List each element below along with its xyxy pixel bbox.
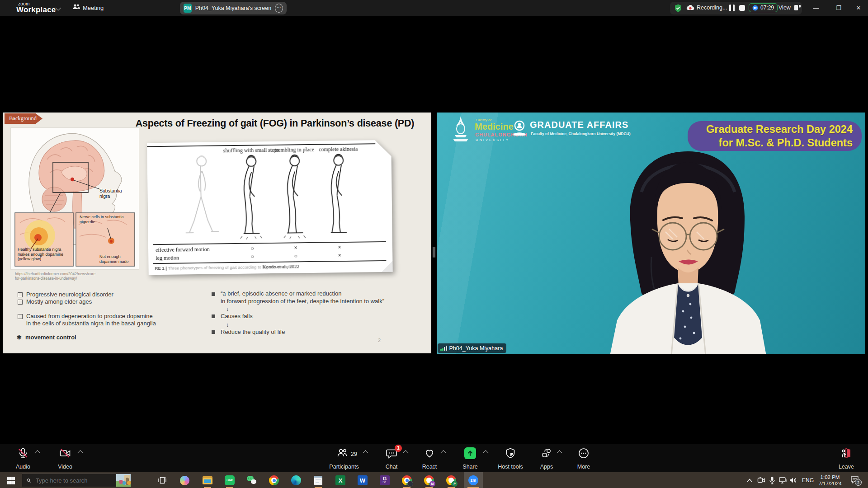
share-screen-icon — [464, 447, 476, 459]
nerve-cells-die-label: Nerve cells in substantia nigra die — [80, 215, 124, 224]
mark-cross: × — [330, 252, 349, 258]
graduate-affairs-title: GRADUATE AFFAIRS — [530, 120, 628, 130]
restore-button[interactable]: ❐ — [832, 2, 845, 14]
bullet-item: Mostly among elder ages — [26, 298, 92, 305]
edge-icon[interactable] — [291, 475, 302, 486]
network-icon[interactable] — [777, 475, 788, 486]
windows-taskbar: LINE — [0, 472, 868, 488]
apps-button[interactable]: Apps — [526, 446, 567, 470]
bullet-square-icon — [18, 300, 23, 305]
panel-divider-handle[interactable] — [434, 247, 435, 258]
taskbar-search[interactable] — [22, 474, 131, 487]
start-button[interactable] — [5, 475, 16, 486]
chrome-profile-2-icon[interactable]: M — [424, 475, 434, 486]
chulalongkorn-emblem-icon — [449, 115, 472, 142]
copilot-icon[interactable] — [179, 475, 190, 486]
fog-phenotypes-figure: shuffling with small steps trembling in … — [147, 140, 396, 279]
figure-row-label: effective forward motion — [156, 246, 210, 253]
foxit-pdf-icon[interactable]: GPDF — [379, 475, 390, 486]
search-input[interactable] — [35, 477, 116, 484]
fog-quote: “a brief, episodic absence or marked red… — [221, 290, 424, 305]
substantia-nigra-label: Substantia nigra — [99, 188, 122, 199]
close-button[interactable]: ✕ — [852, 2, 865, 14]
participant-name: Ph04_Yuka Miyahara — [449, 345, 503, 352]
notification-center-icon[interactable]: 2 — [850, 475, 861, 486]
search-highlight-image[interactable] — [116, 474, 131, 487]
banner-line1: Graduate Research Day 2024 — [706, 122, 853, 136]
panel-divider-handle[interactable] — [433, 247, 434, 258]
view-button[interactable]: View — [778, 5, 791, 11]
tab-options-icon[interactable]: ⋯ — [275, 4, 283, 13]
medicine-logo: Medicine — [475, 122, 514, 131]
chevron-down-icon[interactable] — [55, 5, 61, 11]
view-layout-icon[interactable] — [794, 4, 801, 13]
tray-mic-icon[interactable] — [767, 475, 778, 486]
page-fold — [382, 261, 392, 272]
host-tools-button[interactable]: Host tools — [490, 446, 531, 470]
react-button[interactable]: React — [409, 446, 450, 470]
source-url: https://thehartfordinformer.com/2042/new… — [15, 272, 97, 281]
wechat-icon[interactable] — [246, 475, 257, 486]
excel-icon[interactable]: X — [335, 475, 346, 486]
taskbar-clock[interactable]: 1:02 PM 7/17/2024 — [815, 474, 845, 487]
tab-shared-screen[interactable]: PM Ph04_Yuka Miyahara's screen ⋯ — [180, 2, 287, 14]
meeting-timer: 07:29 — [749, 3, 778, 12]
tray-expand-chevron[interactable] — [744, 475, 755, 486]
participants-count: 29 — [351, 451, 357, 457]
quality-of-life-label: Reduce the quality of life — [221, 328, 285, 336]
slide-title: Aspects of Freezing of gait (FOG) in Par… — [117, 118, 431, 129]
bullet-item: Caused from degeneration to produce dopa… — [26, 313, 156, 327]
star-bullet-glyph: ✱ — [17, 334, 22, 341]
meeting-toolbar: Audio Video 29 Participants 1 Chat React — [0, 444, 868, 472]
line-app-icon[interactable]: LINE — [224, 475, 235, 486]
speaker-video-feed: Faculty of Medicine CHULALONGKORN UNIVER… — [437, 113, 865, 354]
zoom-meeting-window: zoom Workplace Meeting PM Ph04_Yuka Miya… — [0, 0, 868, 488]
notification-count-badge: 2 — [855, 479, 862, 486]
share-button[interactable]: Share — [450, 446, 491, 470]
meet-now-icon[interactable] — [756, 475, 767, 486]
tab-meeting[interactable]: Meeting — [83, 5, 104, 11]
host-tools-shield-icon — [505, 447, 516, 459]
clock-date: 7/17/2024 — [815, 480, 845, 487]
timer-camera-icon — [752, 5, 758, 11]
chrome-profile-1-icon[interactable] — [401, 475, 412, 486]
chat-unread-badge: 1 — [395, 445, 402, 452]
video-button[interactable]: Video — [45, 446, 85, 470]
mark-circle: ○ — [287, 253, 305, 259]
participant-name-label: Ph04_Yuka Miyahara — [438, 343, 506, 353]
volume-icon[interactable] — [788, 475, 798, 486]
meeting-people-icon — [72, 3, 80, 11]
search-icon — [27, 477, 31, 484]
mark-circle: ○ — [243, 245, 261, 251]
down-arrow: ↓ — [226, 321, 229, 328]
bullet-square-icon — [18, 292, 23, 297]
participants-icon — [336, 447, 348, 459]
graduate-affairs-subtitle: Faculty of Medicine, Chulalongkorn Unive… — [531, 131, 631, 136]
zoom-app-icon[interactable]: zm — [468, 475, 479, 486]
down-arrow: ↓ — [226, 305, 229, 312]
stop-recording-icon[interactable] — [739, 5, 745, 13]
mark-cross: × — [330, 244, 349, 250]
minimize-button[interactable]: — — [809, 2, 823, 14]
chrome-profile-3-icon[interactable]: P — [446, 475, 457, 486]
cloud-recording-icon — [686, 4, 695, 13]
notepad-icon[interactable] — [313, 475, 324, 486]
chrome-icon[interactable] — [269, 475, 279, 486]
causes-falls-label: Causes falls — [221, 313, 253, 320]
pause-recording-icon[interactable] — [729, 4, 735, 14]
more-button[interactable]: More — [563, 446, 604, 470]
bullet-filled-square-icon — [212, 314, 215, 318]
language-indicator[interactable]: ENG — [802, 477, 814, 483]
figure-row-label: leg motion — [156, 255, 179, 262]
presenter-portrait — [584, 143, 792, 354]
leave-button[interactable]: Leave — [826, 446, 867, 470]
shared-screen-tab-label: Ph04_Yuka Miyahara's screen — [195, 5, 271, 11]
participants-button[interactable]: 29 Participants — [319, 446, 369, 470]
word-icon[interactable]: W — [357, 475, 368, 486]
workplace-logo: Workplace — [16, 5, 56, 14]
security-shield-icon[interactable] — [674, 4, 683, 14]
task-view-button[interactable] — [157, 475, 168, 486]
bullet-filled-square-icon — [212, 330, 215, 334]
file-explorer-icon[interactable] — [202, 475, 213, 486]
apps-icon — [541, 447, 552, 459]
